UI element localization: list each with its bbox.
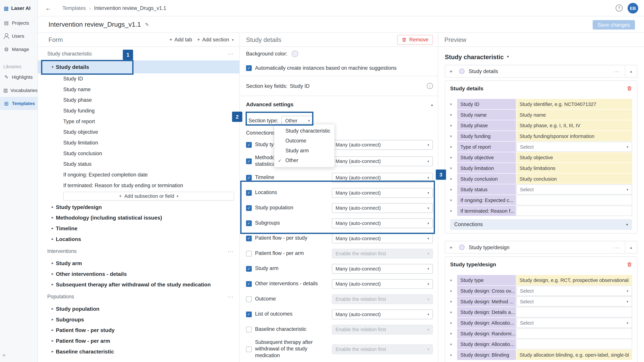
field-value[interactable]: Select ▾: [516, 286, 632, 296]
add-subsection-button[interactable]: + Add subsection or field ▾: [63, 192, 234, 201]
form-tree-row[interactable]: Study phase: [38, 95, 239, 106]
edit-icon[interactable]: ✎: [145, 22, 149, 27]
connection-checkbox[interactable]: ✓: [246, 175, 252, 180]
form-tree-row[interactable]: ▸ Study type/design: [38, 201, 239, 212]
field-value[interactable]: Select ▾: [516, 318, 632, 328]
form-tree-row[interactable]: Study objective: [38, 127, 239, 138]
connection-select[interactable]: Many (auto-connect) ▾: [332, 188, 433, 198]
form-tree-row[interactable]: ▸ Study population: [38, 303, 239, 314]
form-tree-row[interactable]: ▸ Patient flow - per study: [38, 325, 239, 335]
back-button[interactable]: ←: [45, 4, 53, 11]
sidebar-item[interactable]: Users: [0, 29, 38, 42]
sidebar-item[interactable]: Templates: [0, 97, 38, 110]
field-value[interactable]: Study objective: [516, 152, 632, 163]
connection-select[interactable]: Enable the relation first ▾: [332, 325, 433, 335]
connection-select[interactable]: Enable the relation first ▾: [332, 249, 433, 258]
connection-select[interactable]: Many (auto-connect) ▾: [332, 279, 433, 289]
form-tree-row[interactable]: ▸ Patient flow - per arm: [38, 335, 239, 346]
connections-bar[interactable]: Connections ▾: [450, 219, 632, 230]
advanced-settings-header[interactable]: Advanced settings ▴: [240, 96, 438, 113]
connection-checkbox[interactable]: [246, 296, 252, 302]
remove-section-button[interactable]: Remove: [397, 35, 433, 44]
field-value[interactable]: Study name: [516, 110, 632, 120]
chevron-down-icon[interactable]: ▾: [450, 296, 457, 307]
form-tree-row[interactable]: Populations ···: [38, 290, 239, 303]
field-value[interactable]: Study design, e.g. RCT, prospective obse…: [516, 275, 632, 285]
help-icon[interactable]: ?: [616, 4, 623, 11]
form-tree-row[interactable]: ▸ Other interventions - details: [38, 269, 239, 279]
form-tree-row[interactable]: ▸ Timeline: [38, 223, 239, 234]
connection-checkbox[interactable]: ✓: [246, 236, 252, 241]
chevron-down-icon[interactable]: ▾: [450, 328, 457, 339]
chevron-down-icon[interactable]: ▾: [450, 142, 457, 152]
field-value[interactable]: [516, 206, 632, 216]
more-menu-icon[interactable]: ···: [228, 248, 234, 254]
connection-select[interactable]: Many (auto-connect) ▾: [332, 156, 433, 166]
form-tree-row[interactable]: Study ID: [38, 73, 239, 84]
field-value[interactable]: Study identifier, e.g. NCT04071327: [516, 99, 632, 109]
chevron-down-icon[interactable]: ▾: [450, 350, 457, 360]
form-tree-row[interactable]: Study status: [38, 159, 239, 170]
menu-item[interactable]: Outcome: [274, 136, 334, 146]
connection-select[interactable]: Many (auto-connect) ▾: [332, 264, 433, 274]
connection-checkbox[interactable]: ✓: [246, 311, 252, 317]
chevron-down-icon[interactable]: ▾: [450, 307, 457, 317]
chevron-down-icon[interactable]: ▾: [450, 286, 457, 296]
field-value[interactable]: Select ▾: [516, 142, 632, 152]
chevron-down-icon[interactable]: ▾: [450, 195, 457, 205]
connection-checkbox[interactable]: ✓: [246, 266, 252, 272]
field-value[interactable]: [516, 195, 632, 205]
form-tree-row[interactable]: Study conclusion: [38, 148, 239, 159]
connection-checkbox[interactable]: [246, 327, 252, 332]
form-tree-row[interactable]: Study characteristic ···: [38, 47, 239, 60]
field-value[interactable]: Study phase, e.g. I, II, III, IV: [516, 120, 632, 131]
connection-select[interactable]: Many (auto-connect) ▾: [332, 140, 433, 150]
connection-checkbox[interactable]: ✓: [246, 205, 252, 211]
form-tree-row[interactable]: Study name: [38, 84, 239, 95]
collapse-toggle[interactable]: ▴: [625, 241, 637, 253]
field-value[interactable]: Select ▾: [516, 184, 632, 195]
breadcrumb-templates[interactable]: Templates: [62, 5, 86, 11]
menu-item[interactable]: Study characteristic: [274, 126, 334, 136]
connection-select[interactable]: Enable the relation first ▾: [332, 344, 433, 354]
chevron-down-icon[interactable]: ▾: [450, 131, 457, 141]
form-tree-row[interactable]: ▸ Methodology (including statistical iss…: [38, 212, 239, 223]
field-value[interactable]: Study limitations: [516, 163, 632, 173]
field-value[interactable]: Select ▾: [516, 296, 632, 307]
form-tree-row[interactable]: Type of report: [38, 116, 239, 127]
plus-icon[interactable]: +: [449, 68, 453, 74]
connection-select[interactable]: Many (auto-connect) ▾: [332, 203, 433, 213]
connection-select[interactable]: Many (auto-connect) ▾: [332, 309, 433, 319]
menu-item[interactable]: Study arm: [274, 146, 334, 156]
field-value[interactable]: Study funding/sponsor information: [516, 131, 632, 141]
collapse-toggle[interactable]: ▴: [625, 65, 637, 77]
form-tree-row[interactable]: ▸ Subsequent therapy after withdrawal of…: [38, 279, 239, 290]
connection-checkbox[interactable]: ✓: [246, 220, 252, 226]
more-menu-icon[interactable]: ···: [608, 244, 625, 250]
sidebar-collapse-button[interactable]: «: [2, 352, 6, 358]
menu-item[interactable]: ✓ Other: [274, 156, 334, 165]
form-tree-row[interactable]: ▸ Locations: [38, 233, 239, 244]
add-tab-button[interactable]: + Add tab: [167, 35, 195, 44]
sidebar-item[interactable]: Projects: [0, 16, 38, 29]
chevron-down-icon[interactable]: ▾: [450, 152, 457, 163]
auto-create-checkbox[interactable]: ✓: [246, 65, 252, 71]
chevron-down-icon[interactable]: ▾: [450, 163, 457, 173]
form-tree-row[interactable]: Study limitation: [38, 137, 239, 148]
background-color-swatch[interactable]: [292, 50, 298, 57]
field-value[interactable]: [516, 307, 632, 317]
form-tree-row[interactable]: + Add subsection or field ▾: [38, 191, 239, 202]
form-tree-row[interactable]: If terminated: Reason for study ending o…: [38, 180, 239, 191]
chevron-down-icon[interactable]: ▾: [450, 275, 457, 285]
more-menu-icon[interactable]: ···: [228, 51, 234, 56]
form-tree-row[interactable]: Interventions ···: [38, 244, 239, 258]
chevron-down-icon[interactable]: ▾: [450, 206, 457, 216]
sidebar-item[interactable]: Vocabularies: [0, 84, 38, 97]
form-tree-row[interactable]: ▸ Subgroups: [38, 314, 239, 325]
chevron-down-icon[interactable]: ▾: [450, 120, 457, 131]
connection-checkbox[interactable]: [246, 251, 252, 256]
trash-icon[interactable]: [627, 86, 632, 91]
sidebar-item[interactable]: Highlights: [0, 70, 38, 84]
connection-select[interactable]: Enable the relation first ▾: [332, 294, 433, 304]
connection-checkbox[interactable]: ✓: [246, 158, 252, 164]
